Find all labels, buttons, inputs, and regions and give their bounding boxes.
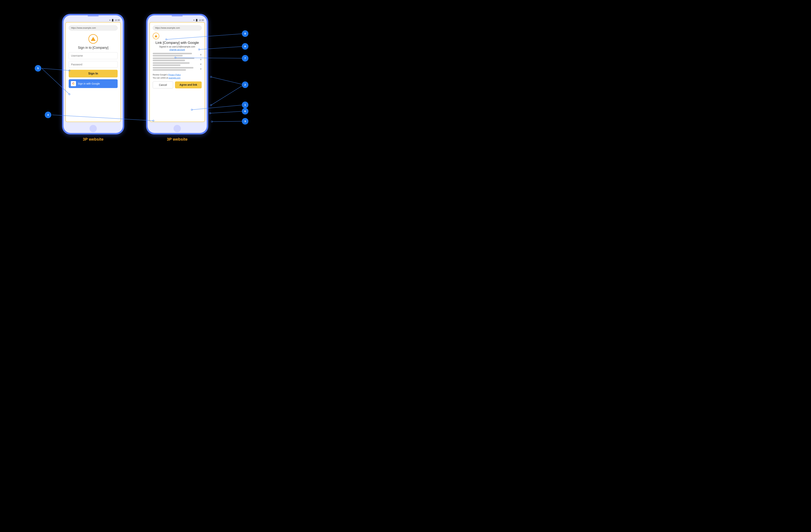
wifi-icon: ▾ bbox=[109, 19, 110, 21]
agree-and-link-button[interactable]: Agree and link bbox=[175, 81, 202, 88]
google-sign-in-button[interactable]: G Sign in with Google bbox=[69, 79, 118, 88]
left-phone: ▾ ▐▌ 12:30 https://www.example.com Sign … bbox=[62, 14, 124, 134]
right-phone-col: ▾ ▐▌ 12:30 https://www.example.com Link … bbox=[146, 14, 208, 142]
right-notch bbox=[172, 15, 183, 16]
google-btn-label: Sign in with Google bbox=[78, 82, 100, 85]
diagram-wrapper: ▾ ▐▌ 12:30 https://www.example.com Sign … bbox=[16, 9, 254, 169]
scope-line bbox=[153, 67, 194, 69]
scope-item-4: ∨ bbox=[153, 67, 202, 71]
right-signal-icon: ▐▌ bbox=[195, 19, 198, 21]
chevron-down-icon[interactable]: ∨ bbox=[200, 53, 202, 56]
scope-lines-2 bbox=[153, 58, 199, 61]
scope-lines-3 bbox=[153, 62, 199, 66]
password-input[interactable] bbox=[69, 61, 118, 68]
action-buttons-row: Cancel Agree and link bbox=[153, 81, 202, 88]
right-wifi-icon: ▾ bbox=[194, 19, 195, 21]
annotation-6: 6 bbox=[242, 108, 248, 115]
scope-lines-4 bbox=[153, 67, 199, 71]
scope-item-2: ∨ bbox=[153, 58, 202, 61]
right-status-bar: ▾ ▐▌ 12:30 bbox=[148, 17, 207, 22]
right-url-bar: https://www.example.com bbox=[153, 25, 202, 30]
scope-line bbox=[153, 55, 183, 57]
left-home-button[interactable] bbox=[90, 125, 97, 132]
annotation-1: 1 bbox=[242, 102, 248, 108]
right-phone-label: 3P website bbox=[167, 137, 187, 142]
left-time: 12:30 bbox=[115, 19, 120, 21]
unlink-link[interactable]: example.com bbox=[168, 77, 180, 79]
annotation-3: 3 bbox=[242, 118, 248, 124]
signal-icon: ▐▌ bbox=[111, 19, 114, 21]
scope-line bbox=[153, 64, 181, 66]
cancel-button[interactable]: Cancel bbox=[153, 81, 173, 88]
right-screen: https://www.example.com Link [Company] w… bbox=[149, 22, 205, 122]
annotation-8: 8 bbox=[242, 30, 248, 37]
right-time: 12:30 bbox=[199, 19, 204, 21]
scope-line bbox=[153, 69, 186, 71]
chevron-down-icon[interactable]: ∨ bbox=[200, 63, 202, 65]
left-screen: https://www.example.com Sign in to [Comp… bbox=[65, 22, 121, 122]
left-notch bbox=[88, 15, 98, 16]
left-title: Sign in to [Company] bbox=[78, 46, 108, 50]
annotation-7: 7 bbox=[242, 55, 248, 62]
left-phone-label: 3P website bbox=[83, 137, 103, 142]
privacy-policy-link[interactable]: Privacy Policy bbox=[168, 74, 181, 76]
chevron-down-icon[interactable]: ∨ bbox=[200, 58, 202, 61]
left-status-bar: ▾ ▐▌ 12:30 bbox=[64, 17, 123, 22]
right-home-button[interactable] bbox=[173, 125, 181, 132]
review-text: Review Google's bbox=[153, 74, 168, 76]
company-triangle-icon bbox=[91, 37, 95, 41]
right-company-triangle-icon bbox=[154, 35, 157, 37]
scope-item-3: ∨ bbox=[153, 62, 202, 66]
scope-item-1: ∨ bbox=[153, 53, 202, 57]
scope-line bbox=[153, 53, 192, 54]
link-title: Link [Company] with Google bbox=[155, 41, 199, 45]
sign-in-button[interactable]: Sign In bbox=[69, 70, 118, 77]
chevron-down-icon[interactable]: ∨ bbox=[200, 67, 202, 70]
right-company-logo bbox=[153, 33, 159, 39]
scope-line bbox=[153, 58, 194, 59]
change-account-link[interactable]: change account bbox=[169, 48, 185, 51]
right-phone: ▾ ▐▌ 12:30 https://www.example.com Link … bbox=[146, 14, 208, 134]
annotation-2: 2 bbox=[242, 81, 248, 88]
annotation-A: A bbox=[242, 43, 248, 50]
annotation-5: 5 bbox=[35, 65, 41, 72]
signed-in-text: Signed in as user123@example.com bbox=[159, 45, 195, 48]
scope-lines-1 bbox=[153, 53, 199, 57]
left-url-bar: https://www.example.com bbox=[69, 25, 118, 30]
annotation-4: 4 bbox=[45, 111, 51, 118]
left-phone-col: ▾ ▐▌ 12:30 https://www.example.com Sign … bbox=[62, 14, 124, 142]
privacy-text: Review Google's Privacy Policy You can u… bbox=[153, 73, 202, 80]
left-company-logo bbox=[88, 34, 98, 44]
google-g-icon: G bbox=[72, 82, 75, 85]
scope-line bbox=[153, 60, 185, 61]
scope-line bbox=[153, 62, 189, 64]
unlink-text: You can unlink at bbox=[153, 77, 168, 79]
username-input[interactable] bbox=[69, 52, 118, 59]
link-header bbox=[153, 33, 202, 39]
google-icon-box: G bbox=[71, 81, 76, 86]
